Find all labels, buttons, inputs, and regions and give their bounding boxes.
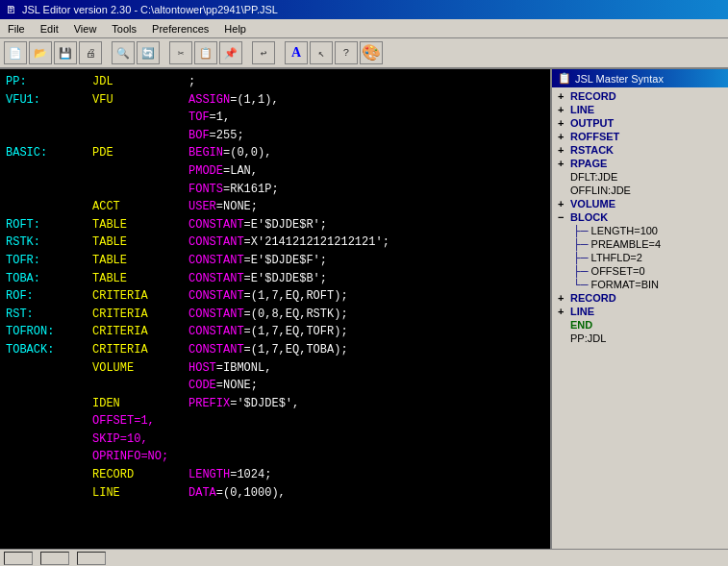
tree-label: LINE bbox=[570, 306, 594, 317]
expand-icon: + bbox=[558, 90, 567, 102]
code-line: TOFRON: CRITERIA CONSTANT=(1,7,EQ,TOFR); bbox=[6, 323, 544, 341]
menu-item-help[interactable]: Help bbox=[216, 21, 254, 37]
tree-child-preamble[interactable]: ├─ PREAMBLE=4 bbox=[552, 237, 728, 251]
code-line: VFU1: VFU ASSIGN=(1,1), bbox=[6, 91, 544, 110]
print-button[interactable]: 🖨 bbox=[79, 41, 102, 64]
tree-item-end[interactable]: END bbox=[552, 318, 728, 332]
tree-label: ROFFSET bbox=[570, 131, 619, 142]
tree-label: OFFLIN:JDE bbox=[570, 185, 631, 196]
code-line: PMODE=LAN, bbox=[6, 162, 544, 181]
collapse-icon: − bbox=[558, 211, 567, 223]
expand-icon: + bbox=[558, 104, 567, 115]
code-line: TOBA: TABLE CONSTANT=E'$DJDE$B'; bbox=[6, 270, 544, 288]
expand-icon: + bbox=[558, 306, 567, 317]
find-button[interactable]: 🔍 bbox=[112, 41, 135, 64]
menu-item-file[interactable]: File bbox=[0, 21, 33, 37]
menu-item-tools[interactable]: Tools bbox=[104, 21, 144, 37]
code-line: PP: JDL ; bbox=[6, 73, 544, 91]
color-picker-button[interactable]: 🎨 bbox=[360, 41, 383, 64]
tree-item-record2[interactable]: + RECORD bbox=[552, 291, 728, 305]
tool-unknown1-button[interactable]: ? bbox=[335, 41, 358, 64]
tree-item-output[interactable]: + OUTPUT bbox=[552, 116, 728, 130]
code-line: TOF=1, bbox=[6, 109, 544, 127]
tree-label: END bbox=[570, 319, 592, 331]
main-area: PP: JDL ; VFU1: VFU ASSIGN=(1,1), TOF=1,… bbox=[0, 69, 728, 549]
tree-label: OFFSET=0 bbox=[591, 265, 645, 277]
expand-icon: + bbox=[558, 198, 567, 209]
status-bar bbox=[0, 549, 728, 566]
syntax-panel: 📋 JSL Master Syntax + RECORD + LINE + OU… bbox=[550, 69, 728, 549]
tree-child-lthfld[interactable]: ├─ LTHFLD=2 bbox=[552, 251, 728, 264]
replace-button[interactable]: 🔄 bbox=[137, 41, 160, 64]
tree-item-roffset[interactable]: + ROFFSET bbox=[552, 130, 728, 143]
tree-item-line2[interactable]: + LINE bbox=[552, 305, 728, 318]
pointer-tool-button[interactable]: ↖ bbox=[310, 41, 333, 64]
status-panel-1 bbox=[4, 552, 33, 565]
tree-item-rstack[interactable]: + RSTACK bbox=[552, 143, 728, 157]
paste-button[interactable]: 📌 bbox=[219, 41, 242, 64]
tree-label: PP:JDL bbox=[570, 332, 606, 344]
syntax-panel-label: JSL Master Syntax bbox=[575, 73, 664, 85]
new-button[interactable]: 📄 bbox=[4, 41, 27, 64]
tree-item-line1[interactable]: + LINE bbox=[552, 103, 728, 116]
copy-button[interactable]: 📋 bbox=[194, 41, 217, 64]
tree-label: BLOCK bbox=[570, 211, 608, 223]
child-connector: ├─ bbox=[573, 252, 589, 263]
expand-icon: + bbox=[558, 131, 567, 142]
menu-item-view[interactable]: View bbox=[66, 21, 105, 37]
syntax-panel-icon: 📋 bbox=[558, 72, 571, 85]
tree-child-length[interactable]: ├─ LENGTH=100 bbox=[552, 224, 728, 237]
tree-item-record1[interactable]: + RECORD bbox=[552, 89, 728, 103]
tree-item-volume[interactable]: + VOLUME bbox=[552, 197, 728, 210]
menu-item-preferences[interactable]: Preferences bbox=[144, 21, 216, 37]
title-bar: 🖹 JSL Editor version 2.30 - C:\altontowe… bbox=[0, 0, 728, 19]
tree-item-pp-jdl[interactable]: PP:JDL bbox=[552, 332, 728, 345]
code-line: ACCT USER=NONE; bbox=[6, 198, 544, 216]
tree-label: DFLT:JDE bbox=[570, 171, 617, 183]
tree-label: RSTACK bbox=[570, 144, 614, 156]
code-line: BASIC: PDE BEGIN=(0,0), bbox=[6, 144, 544, 162]
font-color-button[interactable]: A bbox=[285, 41, 308, 64]
code-line: RSTK: TABLE CONSTANT=X'2141212121212121'… bbox=[6, 234, 544, 252]
app-icon: 🖹 bbox=[6, 4, 16, 15]
tree-label: RPAGE bbox=[570, 158, 607, 169]
open-button[interactable]: 📂 bbox=[29, 41, 52, 64]
tree-item-rpage[interactable]: + RPAGE bbox=[552, 157, 728, 170]
child-connector: ├─ bbox=[573, 225, 589, 236]
code-line: OPRINFO=NO; bbox=[6, 448, 544, 466]
expand-icon: + bbox=[558, 292, 567, 304]
code-line: RST: CRITERIA CONSTANT=(0,8,EQ,RSTK); bbox=[6, 306, 544, 324]
menu-item-edit[interactable]: Edit bbox=[33, 21, 66, 37]
code-line: TOBACK: CRITERIA CONSTANT=(1,7,EQ,TOBA); bbox=[6, 341, 544, 359]
code-line: OFFSET=1, bbox=[6, 412, 544, 431]
tree-label: FORMAT=BIN bbox=[591, 279, 659, 290]
code-editor[interactable]: PP: JDL ; VFU1: VFU ASSIGN=(1,1), TOF=1,… bbox=[0, 69, 550, 549]
tree-label: VOLUME bbox=[570, 198, 615, 209]
child-connector: └─ bbox=[573, 279, 589, 290]
tree-label: LINE bbox=[570, 104, 594, 115]
child-connector: ├─ bbox=[573, 265, 589, 277]
tree-label: OUTPUT bbox=[570, 117, 614, 129]
undo-button[interactable]: ↩ bbox=[252, 41, 275, 64]
child-connector: ├─ bbox=[573, 238, 589, 250]
tree-item-block[interactable]: − BLOCK bbox=[552, 210, 728, 224]
syntax-tree: + RECORD + LINE + OUTPUT + ROFFSET + RST… bbox=[552, 87, 728, 546]
save-button[interactable]: 💾 bbox=[54, 41, 77, 64]
cut-button[interactable]: ✂ bbox=[169, 41, 192, 64]
tree-label: PREAMBLE=4 bbox=[591, 238, 661, 250]
tree-label: RECORD bbox=[570, 292, 616, 304]
tree-child-format[interactable]: └─ FORMAT=BIN bbox=[552, 278, 728, 291]
tree-item-offlin[interactable]: OFFLIN:JDE bbox=[552, 184, 728, 197]
expand-icon: + bbox=[558, 158, 567, 169]
code-line: FONTS=RK161P; bbox=[6, 181, 544, 199]
tree-label: LENGTH=100 bbox=[591, 225, 658, 236]
status-panel-3 bbox=[77, 552, 106, 565]
tree-item-dflt[interactable]: DFLT:JDE bbox=[552, 170, 728, 184]
tree-label: RECORD bbox=[570, 90, 616, 102]
menu-bar: FileEditViewToolsPreferencesHelp bbox=[0, 19, 728, 38]
status-panel-2 bbox=[40, 552, 69, 565]
toolbar: 📄 📂 💾 🖨 🔍 🔄 ✂ 📋 📌 ↩ A ↖ ? 🎨 bbox=[0, 38, 728, 69]
code-line: ROF: CRITERIA CONSTANT=(1,7,EQ,ROFT); bbox=[6, 287, 544, 306]
tree-child-offset[interactable]: ├─ OFFSET=0 bbox=[552, 264, 728, 278]
code-line: BOF=255; bbox=[6, 127, 544, 145]
